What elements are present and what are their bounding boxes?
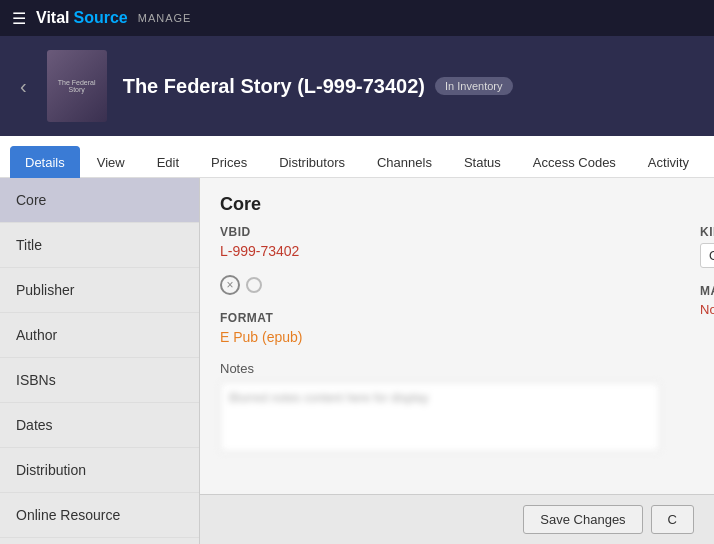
detail-body: VBID L-999-73402 × Format E Pub (epub) N…: [200, 225, 714, 468]
save-changes-button[interactable]: Save Changes: [523, 505, 642, 534]
format-field: Format E Pub (epub): [220, 311, 660, 345]
sidebar-item-title[interactable]: Title: [0, 223, 199, 268]
main-content: Core Title Publisher Author ISBNs Dates …: [0, 178, 714, 544]
tab-status[interactable]: Status: [449, 146, 516, 178]
detail-left: VBID L-999-73402 × Format E Pub (epub) N…: [220, 225, 660, 468]
sidebar-item-core[interactable]: Core: [0, 178, 199, 223]
status-badge: In Inventory: [435, 77, 512, 95]
sidebar-item-author[interactable]: Author: [0, 313, 199, 358]
format-value[interactable]: E Pub (epub): [220, 329, 660, 345]
managed-field: Manage No: [700, 284, 714, 317]
tab-edit[interactable]: Edit: [142, 146, 194, 178]
tab-prices[interactable]: Prices: [196, 146, 262, 178]
sidebar-item-online-resource[interactable]: Online Resource: [0, 493, 199, 538]
vbid-field: VBID L-999-73402: [220, 225, 660, 259]
book-cover: The Federal Story: [47, 50, 107, 122]
tab-access-codes[interactable]: Access Codes: [518, 146, 631, 178]
notes-field: Notes Blurred notes content here for dis…: [220, 361, 660, 452]
kind-label: Kind: [700, 225, 714, 239]
header-title-row: The Federal Story (L-999-73402) In Inven…: [123, 75, 513, 98]
detail-right: Kind Manage No: [700, 225, 714, 468]
section-title: Core: [200, 178, 714, 225]
sidebar-item-publisher[interactable]: Publisher: [0, 268, 199, 313]
tab-distributors[interactable]: Distributors: [264, 146, 360, 178]
footer-bar: Save Changes C: [200, 494, 714, 544]
notes-textarea[interactable]: Blurred notes content here for display: [220, 382, 660, 452]
page-title: The Federal Story (L-999-73402): [123, 75, 425, 98]
tabs-bar: Details View Edit Prices Distributors Ch…: [0, 136, 714, 178]
sidebar-item-dates[interactable]: Dates: [0, 403, 199, 448]
kind-field: Kind: [700, 225, 714, 268]
tab-activity[interactable]: Activity: [633, 146, 704, 178]
menu-icon[interactable]: ☰: [12, 9, 26, 28]
back-button[interactable]: ‹: [16, 71, 31, 102]
circle-controls: ×: [220, 275, 660, 295]
managed-label: Manage: [700, 284, 714, 298]
logo: VitalSource: [36, 9, 128, 27]
circle-empty-icon: [246, 277, 262, 293]
book-cover-image: The Federal Story: [47, 50, 107, 122]
notes-label: Notes: [220, 361, 660, 376]
managed-value: No: [700, 302, 714, 317]
kind-input[interactable]: [700, 243, 714, 268]
tab-channels[interactable]: Channels: [362, 146, 447, 178]
format-label: Format: [220, 311, 660, 325]
tab-details[interactable]: Details: [10, 146, 80, 178]
vbid-label: VBID: [220, 225, 660, 239]
logo-vital: Vital: [36, 9, 70, 27]
top-navigation: ☰ VitalSource MANAGE: [0, 0, 714, 36]
sidebar-item-isbns[interactable]: ISBNs: [0, 358, 199, 403]
detail-panel: Core VBID L-999-73402 × Format E Pub (ep…: [200, 178, 714, 544]
circle-x-icon[interactable]: ×: [220, 275, 240, 295]
logo-source: Source: [74, 9, 128, 27]
sidebar: Core Title Publisher Author ISBNs Dates …: [0, 178, 200, 544]
sidebar-item-distribution[interactable]: Distribution: [0, 448, 199, 493]
cancel-button[interactable]: C: [651, 505, 694, 534]
page-header: ‹ The Federal Story The Federal Story (L…: [0, 36, 714, 136]
vbid-value[interactable]: L-999-73402: [220, 243, 660, 259]
manage-label: MANAGE: [138, 12, 192, 24]
tab-view[interactable]: View: [82, 146, 140, 178]
